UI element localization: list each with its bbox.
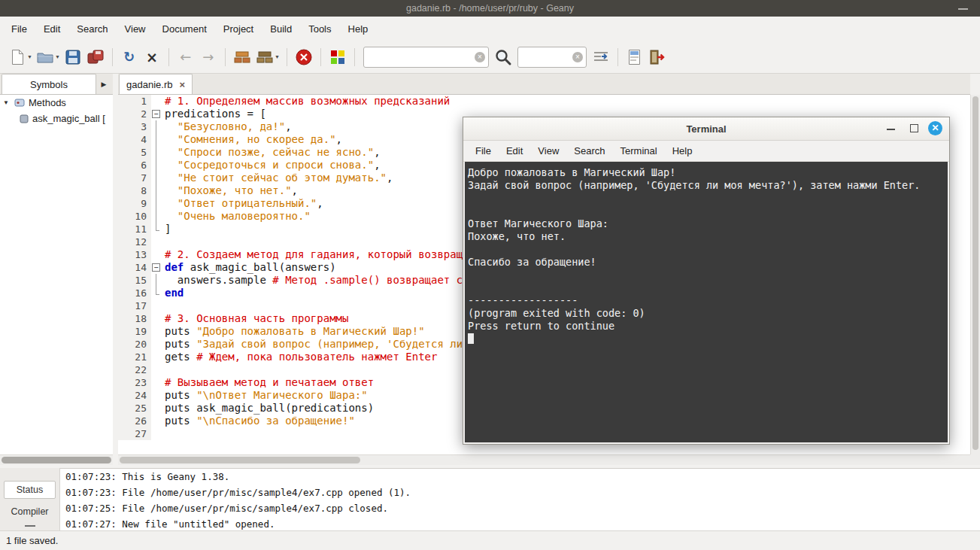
revert-icon: ↻ [123, 49, 135, 65]
terminal-title-bar[interactable]: Terminal ✕ [463, 117, 949, 141]
message-tab-column: StatusCompiler [0, 468, 60, 530]
fold-marker[interactable] [151, 108, 161, 120]
sidebar-horizontal-scrollbar[interactable] [0, 454, 113, 465]
scrollbar-thumb[interactable] [120, 457, 360, 463]
expander-icon[interactable]: ▼ [3, 99, 11, 106]
goto-line-entry: × [517, 47, 587, 68]
symbols-sidebar[interactable]: ▼ Methods ask_magic_ball [ [0, 95, 113, 454]
terminal-window[interactable]: Terminal ✕ FileEditViewSearchTerminalHel… [463, 117, 950, 445]
log-line: 01:07:23: This is Geany 1.38. [65, 469, 980, 485]
menu-project[interactable]: Project [215, 19, 262, 39]
message-tab-status[interactable]: Status [4, 481, 56, 499]
terminal-minimize-icon[interactable] [887, 129, 895, 130]
fold-marker[interactable] [151, 261, 161, 274]
fold-marker [151, 197, 161, 210]
open-button[interactable] [36, 47, 54, 68]
tree-item-methods[interactable]: ▼ Methods [0, 95, 113, 111]
fold-marker [151, 274, 161, 287]
log-line: 01:07:23: File /home/user/pr/misc/sample… [65, 485, 980, 500]
status-bar: 1 file saved. [0, 530, 980, 550]
code-text: # Вызываем метод и печатаем ответ [161, 376, 374, 389]
menu-document[interactable]: Document [154, 19, 215, 39]
search-clear-icon[interactable]: × [475, 52, 485, 62]
fold-marker [151, 120, 161, 133]
close-icon: × [146, 49, 158, 65]
sidebar-tabstrip: Symbols ▶ [0, 74, 113, 95]
goto-line-input[interactable] [518, 51, 670, 62]
menu-edit[interactable]: Edit [35, 19, 68, 39]
compile-button[interactable] [233, 47, 251, 68]
save-button[interactable] [64, 47, 82, 68]
status-log[interactable]: 01:07:23: This is Geany 1.38.01:07:23: F… [61, 468, 980, 530]
fold-marker [151, 402, 161, 415]
terminal-menu-search[interactable]: Search [566, 142, 612, 160]
save-all-button[interactable] [86, 47, 105, 68]
code-text: ] [161, 223, 171, 235]
goto-clear-icon[interactable]: × [572, 52, 583, 62]
terminal-close-icon[interactable]: ✕ [928, 121, 942, 135]
fold-marker [151, 338, 161, 351]
build-dropdown-icon[interactable]: ▼ [275, 54, 280, 59]
terminal-menu-terminal[interactable]: Terminal [613, 142, 665, 160]
scrollbar-thumb[interactable] [2, 457, 111, 463]
sidebar-splitter[interactable] [113, 95, 118, 454]
search-input[interactable] [364, 51, 516, 62]
code-text: # 2. Создаем метод для гадания, который … [161, 248, 481, 261]
terminal-menu-edit[interactable]: Edit [499, 142, 530, 160]
line-number: 3 [118, 120, 151, 133]
forward-button[interactable]: → [199, 47, 217, 68]
terminal-menu-help[interactable]: Help [665, 142, 700, 160]
editor-horizontal-scrollbar[interactable] [118, 454, 970, 465]
line-number: 6 [118, 159, 151, 172]
tab-close-icon[interactable]: × [179, 79, 185, 90]
close-button[interactable]: × [143, 47, 161, 68]
terminal-line: Добро пожаловать в Магический Шар! [468, 166, 948, 179]
menu-build[interactable]: Build [262, 19, 300, 39]
terminal-menu-file[interactable]: File [468, 142, 499, 160]
terminal-menu-view[interactable]: View [530, 142, 566, 160]
stop-button[interactable] [295, 47, 313, 68]
tab-symbols[interactable]: Symbols [2, 74, 96, 94]
tree-item-method[interactable]: ask_magic_ball [ [0, 111, 113, 126]
menu-view[interactable]: View [117, 19, 154, 39]
line-number: 26 [118, 415, 151, 427]
code-text: puts ask_magic_ball(predications) [161, 402, 374, 415]
document-tabstrip: gadanie.rb × [118, 74, 970, 95]
scrollbar-thumb[interactable] [972, 96, 978, 450]
menu-help[interactable]: Help [340, 19, 377, 39]
back-button[interactable]: ← [177, 47, 195, 68]
editor-vertical-scrollbar[interactable] [970, 95, 980, 454]
back-arrow-icon: ← [180, 49, 191, 65]
terminal-maximize-icon[interactable] [910, 124, 918, 132]
menu-search[interactable]: Search [68, 19, 116, 39]
message-tab-partial[interactable] [25, 525, 35, 527]
toolbar: ▼ ▼ ↻ × ← → ▼ × × [0, 41, 980, 74]
terminal-output[interactable]: Добро пожаловать в Магический Шар!Задай … [465, 162, 948, 442]
code-text: predications = [ [161, 108, 266, 120]
code-line[interactable]: 1# 1. Определяем массив возможных предск… [118, 95, 970, 108]
sidebar-tab-label: Symbols [30, 79, 68, 90]
title-bar[interactable]: gadanie.rb - /home/user/pr/ruby - Geany [0, 0, 980, 17]
document-tab-label: gadanie.rb [126, 79, 172, 90]
code-text: "Очень маловероятно." [161, 210, 311, 223]
toolbar-separator [112, 48, 113, 66]
minimize-icon[interactable] [958, 8, 968, 10]
message-tab-compiler[interactable]: Compiler [4, 503, 56, 521]
sidebar-tab-next-icon[interactable]: ▶ [96, 74, 111, 94]
menu-file[interactable]: File [3, 19, 35, 39]
stop-icon [296, 49, 312, 65]
tree-item-label: ask_magic_ball [ [32, 113, 105, 124]
new-file-button[interactable] [8, 47, 26, 68]
open-dropdown-icon[interactable]: ▼ [55, 54, 60, 59]
revert-button[interactable]: ↻ [120, 47, 138, 68]
window-title: gadanie.rb - /home/user/pr/ruby - Geany [406, 3, 574, 14]
new-file-dropdown-icon[interactable]: ▼ [27, 54, 32, 59]
build-icon [256, 50, 273, 64]
build-button[interactable] [256, 47, 274, 68]
terminal-line [468, 281, 948, 294]
fold-marker [151, 376, 161, 389]
tab-gadanie-rb[interactable]: gadanie.rb × [119, 74, 193, 94]
color-chooser-button[interactable] [329, 47, 347, 68]
line-number: 7 [118, 172, 151, 184]
menu-tools[interactable]: Tools [300, 19, 339, 39]
